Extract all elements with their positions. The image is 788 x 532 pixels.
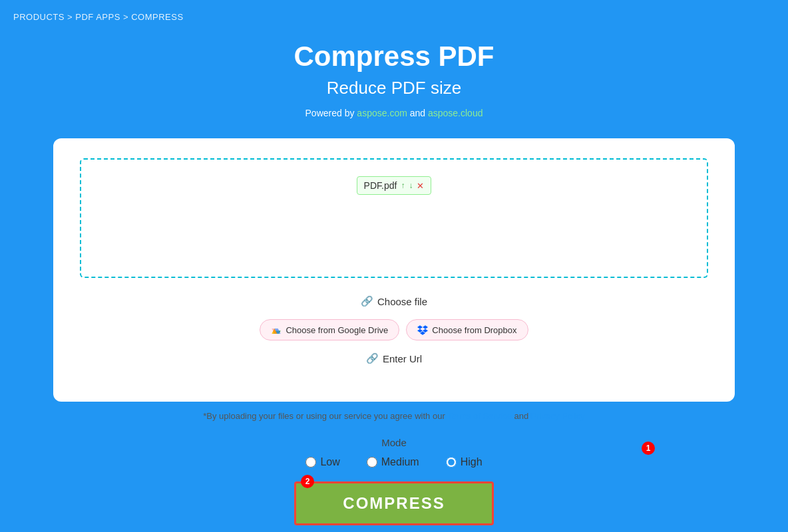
- badge-1: 1: [642, 442, 655, 455]
- choose-file-button[interactable]: 🔗 Choose file: [354, 291, 434, 311]
- aspose-com-link[interactable]: aspose.com: [357, 108, 407, 118]
- aspose-cloud-link[interactable]: aspose.cloud: [428, 108, 483, 118]
- page-subtitle: Reduce PDF size: [0, 78, 788, 98]
- file-chip-name: PDF.pdf: [364, 180, 397, 191]
- mode-option-high[interactable]: High: [446, 456, 483, 468]
- file-chip: PDF.pdf ↑ ↓ ✕: [357, 176, 432, 195]
- terms-text: *By uploading your files or using our se…: [0, 411, 788, 421]
- upload-icon: ↑: [401, 181, 405, 190]
- page-header: Compress PDF Reduce PDF size Powered by …: [0, 34, 788, 138]
- main-card: PDF.pdf ↑ ↓ ✕ 🔗 Choose file Choose from …: [53, 138, 735, 402]
- gdrive-icon: [271, 325, 282, 335]
- google-drive-button[interactable]: Choose from Google Drive: [260, 319, 399, 340]
- link-icon: 🔗: [361, 295, 373, 307]
- mode-label-low: Low: [320, 456, 339, 468]
- compress-button-wrap: 2 COMPRESS: [0, 481, 788, 525]
- mode-radio-high[interactable]: [446, 457, 457, 467]
- dropbox-icon: [417, 325, 428, 335]
- powered-by: Powered by aspose.com and aspose.cloud: [0, 108, 788, 118]
- mode-label-medium: Medium: [381, 456, 419, 468]
- breadcrumb: PRODUCTS > PDF APPS > COMPRESS: [0, 0, 788, 34]
- url-row: 🔗 Enter Url: [80, 348, 708, 368]
- mode-label-high: High: [461, 456, 483, 468]
- cloud-buttons-row: Choose from Google Drive Choose from Dro…: [80, 319, 708, 340]
- dropbox-button[interactable]: Choose from Dropbox: [406, 319, 528, 340]
- compress-button[interactable]: COMPRESS: [294, 481, 494, 525]
- download-icon: ↓: [409, 181, 413, 190]
- privacy-link[interactable]: Privacy Policy: [531, 411, 585, 421]
- dropzone[interactable]: PDF.pdf ↑ ↓ ✕: [80, 158, 708, 278]
- breadcrumb-pdfapps[interactable]: PDF APPS: [75, 12, 120, 22]
- mode-label: Mode: [0, 437, 788, 448]
- breadcrumb-sep2: >: [123, 12, 131, 22]
- page-title: Compress PDF: [0, 41, 788, 72]
- mode-option-low[interactable]: Low: [305, 456, 339, 468]
- mode-options: 1 Low Medium High: [0, 456, 788, 468]
- choose-file-row: 🔗 Choose file: [80, 291, 708, 311]
- mode-radio-low[interactable]: [305, 457, 316, 467]
- enter-url-button[interactable]: 🔗 Enter Url: [359, 348, 429, 368]
- remove-file-button[interactable]: ✕: [417, 181, 424, 191]
- badge-2: 2: [301, 475, 314, 488]
- mode-radio-medium[interactable]: [367, 457, 377, 467]
- mode-option-medium[interactable]: Medium: [367, 456, 419, 468]
- link-icon-url: 🔗: [366, 352, 379, 364]
- tos-link[interactable]: Terms of Service: [447, 411, 512, 421]
- breadcrumb-compress[interactable]: COMPRESS: [131, 12, 183, 22]
- breadcrumb-products[interactable]: PRODUCTS: [13, 12, 65, 22]
- breadcrumb-sep1: >: [67, 12, 75, 22]
- mode-section: Mode 1 Low Medium High: [0, 437, 788, 468]
